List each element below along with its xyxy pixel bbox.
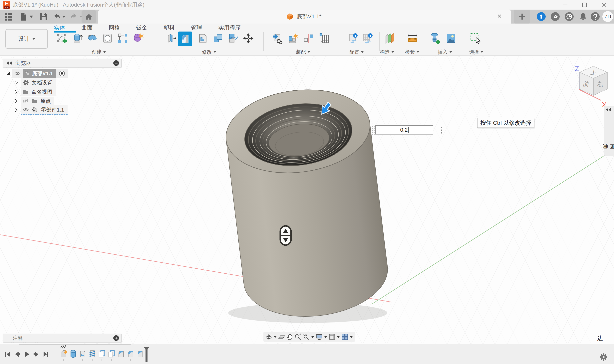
tab-plastic[interactable]: 塑料	[164, 24, 175, 31]
comments-bar[interactable]: 注释	[3, 334, 122, 342]
notifications-button[interactable]	[579, 12, 588, 21]
job-status-button[interactable]	[551, 12, 560, 21]
timeline-feature-fillet[interactable]	[127, 350, 135, 359]
browser-minimize-button[interactable]	[113, 60, 119, 66]
orbit-button[interactable]	[265, 333, 272, 341]
view-cube[interactable]: Z X 上 前 右	[573, 63, 614, 111]
file-menu-caret[interactable]	[29, 15, 33, 18]
shell-button[interactable]	[197, 33, 208, 44]
play-button[interactable]	[23, 350, 31, 358]
app-grid-button[interactable]	[4, 12, 13, 21]
browser-row-origin[interactable]: 原点	[14, 97, 54, 105]
dimension-options-handle[interactable]	[440, 126, 443, 134]
look-at-button[interactable]	[278, 333, 285, 341]
configure-table-button[interactable]	[362, 33, 373, 44]
timeline-playhead[interactable]	[143, 346, 150, 363]
root-document-chip[interactable]: 底部V1.1	[23, 69, 56, 78]
minimize-button[interactable]	[560, 0, 571, 10]
hole-button[interactable]	[102, 33, 113, 44]
revolve-button[interactable]	[87, 33, 98, 44]
dimension-input[interactable]: 0.2	[375, 125, 433, 134]
timeline-feature-hole[interactable]	[108, 350, 115, 359]
group-label-construct[interactable]: 构造	[380, 49, 394, 55]
avatar[interactable]: ZD	[602, 11, 613, 22]
collapsed-arrow-icon[interactable]	[14, 80, 18, 85]
undo-button[interactable]	[52, 12, 61, 21]
tab-mesh[interactable]: 网格	[109, 24, 120, 31]
browser-row-named-views[interactable]: 命名视图	[14, 87, 56, 96]
extensions-button[interactable]	[537, 12, 546, 21]
group-label-insert[interactable]: 插入	[438, 49, 452, 55]
zoom-window-caret[interactable]	[311, 336, 314, 338]
tab-sheetmetal[interactable]: 钣金	[136, 24, 147, 31]
browser-panel-header[interactable]: 浏览器	[3, 59, 122, 67]
timeline-settings-button[interactable]	[600, 353, 608, 361]
group-label-modify[interactable]: 修改	[202, 49, 216, 55]
history-button[interactable]	[565, 12, 574, 21]
move-copy-button[interactable]	[243, 33, 254, 44]
tab-utilities[interactable]: 实用程序	[218, 24, 241, 31]
select-button[interactable]	[470, 33, 481, 44]
timeline-scrollbar[interactable]	[19, 344, 131, 345]
timeline-feature-sketch[interactable]	[60, 350, 68, 359]
tab-solid[interactable]: 实体	[54, 24, 65, 31]
go-to-start-button[interactable]	[4, 350, 12, 358]
new-tab-button[interactable]	[514, 10, 530, 24]
timeline-feature-fillet[interactable]	[117, 350, 125, 359]
split-body-button[interactable]	[227, 33, 239, 44]
browser-row-component[interactable]: 零部件1:1	[14, 106, 68, 115]
configure-part-button[interactable]	[348, 33, 359, 44]
drag-spinner-handle[interactable]	[279, 225, 292, 246]
timeline-feature-shell[interactable]	[79, 350, 87, 359]
home-button[interactable]	[82, 10, 96, 23]
insert-derive-button[interactable]	[272, 33, 283, 44]
browser-row-document-settings[interactable]: 文档设置	[14, 78, 56, 87]
viewports-caret[interactable]	[350, 336, 353, 338]
add-comment-button[interactable]	[113, 335, 119, 341]
workspace-selector[interactable]: 设计	[5, 29, 48, 49]
combine-button[interactable]	[212, 33, 223, 44]
group-label-configure[interactable]: 配置	[349, 49, 364, 55]
pan-button[interactable]	[286, 333, 293, 341]
save-button[interactable]	[39, 12, 48, 21]
face-front-label[interactable]: 前	[582, 80, 590, 88]
help-button[interactable]	[591, 12, 600, 21]
group-label-select[interactable]: 选择	[469, 49, 483, 55]
model-body-cylinder[interactable]	[220, 84, 396, 323]
construct-plane-button[interactable]	[385, 33, 396, 44]
timeline-feature-cylinder[interactable]	[69, 350, 77, 359]
display-settings-caret[interactable]	[324, 336, 327, 338]
visibility-eye-icon[interactable]	[23, 108, 29, 112]
group-label-inspect[interactable]: 检验	[405, 49, 419, 55]
group-label-create[interactable]: 创建	[92, 49, 106, 55]
face-top-label[interactable]: 上	[590, 68, 597, 77]
grid-settings-button[interactable]	[328, 333, 336, 341]
go-to-end-button[interactable]	[42, 350, 50, 358]
zoom-button[interactable]	[294, 333, 302, 341]
create-form-button[interactable]	[132, 33, 143, 44]
tab-manage[interactable]: 管理	[191, 24, 202, 31]
bom-button[interactable]	[319, 33, 330, 44]
extrude-button[interactable]	[71, 33, 83, 44]
zoom-window-button[interactable]	[302, 333, 310, 341]
timeline-feature-thread[interactable]	[88, 350, 96, 359]
document-tab-close-button[interactable]	[497, 14, 502, 19]
active-component-radio[interactable]	[59, 71, 65, 76]
tab-surface[interactable]: 曲面	[81, 24, 93, 31]
visibility-eye-icon[interactable]	[14, 71, 20, 76]
pattern-button[interactable]	[117, 33, 128, 44]
orbit-caret[interactable]	[274, 336, 277, 338]
collapsed-dialog-tab[interactable]: 圆角	[602, 142, 614, 152]
press-pull-button[interactable]	[167, 33, 178, 44]
close-window-button[interactable]	[599, 0, 610, 10]
face-right-label[interactable]: 右	[596, 80, 604, 88]
file-menu-button[interactable]	[19, 12, 28, 21]
group-label-assemble[interactable]: 装配	[296, 49, 310, 55]
undo-caret[interactable]	[62, 16, 65, 18]
grid-settings-caret[interactable]	[337, 336, 340, 338]
insert-canvas-button[interactable]	[445, 33, 457, 44]
collapsed-arrow-icon[interactable]	[14, 99, 18, 103]
new-component-button[interactable]	[287, 33, 299, 44]
viewports-button[interactable]	[341, 333, 349, 341]
redo-button[interactable]	[70, 12, 78, 21]
